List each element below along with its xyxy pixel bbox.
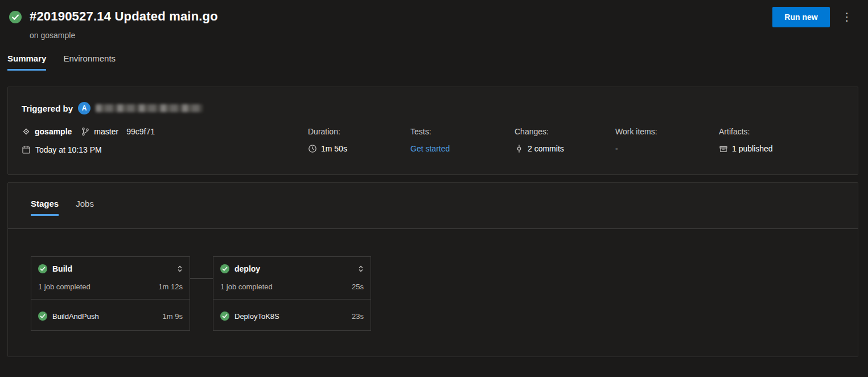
repo-icon: [22, 127, 31, 136]
branch-group: master: [81, 127, 118, 136]
job-name: DeployToK8S: [235, 312, 347, 321]
stat-label: Artifacts:: [719, 127, 773, 136]
job-success-icon: [38, 312, 47, 321]
calendar-icon: [22, 145, 31, 154]
stage-success-icon: [38, 264, 47, 273]
pipeline-run-page: #20190527.14 Updated main.go on gosample…: [0, 0, 868, 377]
stages-card: Stages Jobs Build 1 job completed: [7, 182, 858, 357]
stage-duration: 25s: [352, 282, 364, 291]
collapse-expand-icon[interactable]: [176, 264, 184, 273]
stage-card-deploy[interactable]: deploy 1 job completed 25s DeployToK8S 2…: [213, 256, 371, 331]
stat-label: Duration:: [308, 127, 347, 136]
stat-tests: Tests: Get started: [410, 127, 450, 153]
run-summary-card: Triggered by A gosample master 99c9f71 T…: [7, 87, 858, 175]
stage-subrow: 1 job completed 25s: [220, 282, 364, 291]
get-started-link[interactable]: Get started: [410, 144, 450, 153]
tab-stages[interactable]: Stages: [31, 199, 59, 216]
repo-link[interactable]: gosample: [35, 127, 72, 136]
page-title: #20190527.14 Updated main.go: [30, 9, 218, 24]
job-row[interactable]: DeployToK8S 23s: [220, 312, 364, 321]
source-info-row: gosample master 99c9f71: [22, 127, 155, 136]
more-options-icon[interactable]: ⋮: [839, 9, 855, 26]
run-success-icon: [9, 11, 22, 23]
tab-jobs[interactable]: Jobs: [76, 199, 94, 216]
stage-jobs-summary: 1 job completed: [220, 282, 273, 291]
commits-link[interactable]: 2 commits: [528, 144, 564, 153]
stat-label: Changes:: [515, 127, 564, 136]
stat-changes: Changes: 2 commits: [515, 127, 564, 153]
stage-header: deploy: [220, 264, 365, 273]
artifacts-link[interactable]: 1 published: [732, 144, 773, 153]
job-duration: 23s: [352, 312, 364, 321]
run-tabs: Summary Environments: [7, 54, 116, 71]
artifact-icon: [719, 144, 728, 153]
avatar[interactable]: A: [78, 102, 90, 114]
stages-tabs: Stages Jobs: [31, 199, 94, 216]
stat-artifacts: Artifacts: 1 published: [719, 127, 773, 153]
run-date-row: Today at 10:13 PM: [22, 145, 102, 154]
stat-value: 1m 50s: [321, 144, 347, 153]
stage-subrow: 1 job completed 1m 12s: [38, 282, 183, 291]
stage-duration: 1m 12s: [158, 282, 183, 291]
collapse-expand-icon[interactable]: [357, 264, 365, 273]
stat-duration: Duration: 1m 50s: [308, 127, 347, 153]
clock-icon: [308, 144, 317, 153]
stage-jobs-summary: 1 job completed: [38, 282, 90, 291]
stage-name: Build: [52, 264, 171, 273]
divider: [213, 299, 371, 300]
job-duration: 1m 9s: [163, 312, 183, 321]
stage-name: deploy: [235, 264, 352, 273]
stat-work-items: Work items: -: [615, 127, 657, 153]
tab-summary[interactable]: Summary: [7, 54, 46, 71]
branch-icon: [81, 127, 90, 136]
pipeline-name: on gosample: [30, 31, 75, 40]
run-date: Today at 10:13 PM: [35, 145, 102, 154]
triggered-by-row: Triggered by A: [22, 102, 203, 114]
job-row[interactable]: BuildAndPush 1m 9s: [38, 312, 183, 321]
stages-canvas: Build 1 job completed 1m 12s BuildAndPus…: [8, 229, 858, 356]
stat-label: Work items:: [615, 127, 657, 136]
branch-link[interactable]: master: [94, 127, 118, 136]
job-name: BuildAndPush: [52, 312, 158, 321]
job-success-icon: [220, 312, 229, 321]
tab-environments[interactable]: Environments: [63, 54, 116, 71]
triggered-by-label: Triggered by: [22, 104, 73, 113]
run-new-button[interactable]: Run new: [772, 7, 830, 27]
stage-card-build[interactable]: Build 1 job completed 1m 12s BuildAndPus…: [31, 256, 190, 331]
commit-link[interactable]: 99c9f71: [126, 127, 155, 136]
stat-value: -: [615, 144, 618, 153]
stage-connector-line: [190, 278, 213, 279]
redacted-email: [96, 104, 203, 112]
stat-label: Tests:: [410, 127, 450, 136]
divider: [31, 299, 190, 300]
commit-icon: [515, 144, 524, 153]
stage-header: Build: [38, 264, 184, 273]
stage-success-icon: [220, 264, 229, 273]
